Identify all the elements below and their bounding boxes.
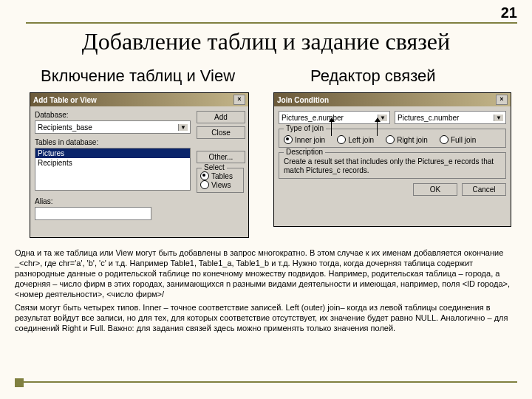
- add-dialog-titlebar: Add Table or View ×: [30, 93, 248, 106]
- other-button[interactable]: Other...: [197, 151, 245, 163]
- add-dialog-title: Add Table or View: [33, 96, 97, 104]
- arrow-indicator-icon: [377, 121, 378, 136]
- radio-inner-label: Inner join: [295, 136, 325, 144]
- join-condition-dialog: Join Condition × Pictures_e.number ▼ Pic…: [273, 92, 511, 227]
- radio-full-join[interactable]: Full join: [440, 135, 476, 144]
- join-type-label: Type of join: [284, 124, 326, 132]
- close-button[interactable]: Close: [197, 126, 245, 139]
- close-icon[interactable]: ×: [233, 95, 245, 105]
- body-text: Одна и та же таблица или View могут быть…: [15, 248, 517, 336]
- select-group-label: Select: [202, 163, 227, 171]
- add-button[interactable]: Add: [197, 111, 245, 123]
- radio-full-label: Full join: [451, 136, 476, 144]
- right-field-value: Pictures_c.number: [398, 114, 459, 122]
- radio-left-label: Left join: [348, 136, 374, 144]
- cancel-button[interactable]: Cancel: [462, 183, 506, 196]
- radio-right-label: Right join: [397, 136, 428, 144]
- right-field-combo[interactable]: Pictures_c.number ▼: [395, 111, 506, 124]
- database-value: Recipients_base: [38, 123, 92, 132]
- arrow-indicator-icon: [331, 121, 332, 136]
- list-item[interactable]: Recipients: [35, 158, 190, 168]
- add-table-dialog: Add Table or View × Database: Recipients…: [30, 92, 249, 238]
- paragraph-2: Связи могут быть четырех типов. Inner – …: [15, 302, 517, 333]
- radio-views[interactable]: Views: [200, 180, 240, 189]
- top-rule: [26, 22, 517, 24]
- radio-left-join[interactable]: Left join: [337, 135, 374, 144]
- database-combo[interactable]: Recipients_base ▼: [35, 120, 191, 134]
- footer-square-icon: [15, 378, 24, 387]
- list-item[interactable]: Pictures: [35, 149, 190, 158]
- description-text: Create a result set that includes only t…: [284, 157, 501, 175]
- alias-input[interactable]: [35, 207, 151, 220]
- radio-tables[interactable]: Tables: [200, 171, 240, 180]
- ok-button[interactable]: OK: [413, 183, 457, 196]
- footer-rule: [15, 381, 517, 383]
- chevron-down-icon: ▼: [178, 124, 188, 131]
- subtitle-left: Включение таблиц и View: [41, 66, 235, 86]
- database-label: Database:: [35, 111, 191, 119]
- paragraph-1: Одна и та же таблица или View могут быть…: [15, 248, 517, 299]
- radio-views-label: Views: [211, 181, 231, 189]
- radio-right-join[interactable]: Right join: [386, 135, 428, 144]
- radio-tables-label: Tables: [211, 172, 233, 180]
- page-number: 21: [501, 4, 517, 21]
- subtitle-right: Редактор связей: [310, 66, 436, 86]
- join-dialog-title: Join Condition: [277, 96, 329, 104]
- radio-inner-join[interactable]: Inner join: [284, 135, 325, 144]
- join-dialog-titlebar: Join Condition ×: [274, 93, 511, 106]
- page-title: Добавление таблиц и задание связей: [0, 28, 532, 55]
- tables-listbox[interactable]: Pictures Recipients: [35, 148, 191, 191]
- alias-label: Alias:: [35, 197, 244, 205]
- chevron-down-icon: ▼: [494, 115, 503, 121]
- tables-label: Tables in database:: [35, 138, 191, 146]
- description-label: Description: [284, 148, 325, 156]
- close-icon[interactable]: ×: [496, 95, 508, 105]
